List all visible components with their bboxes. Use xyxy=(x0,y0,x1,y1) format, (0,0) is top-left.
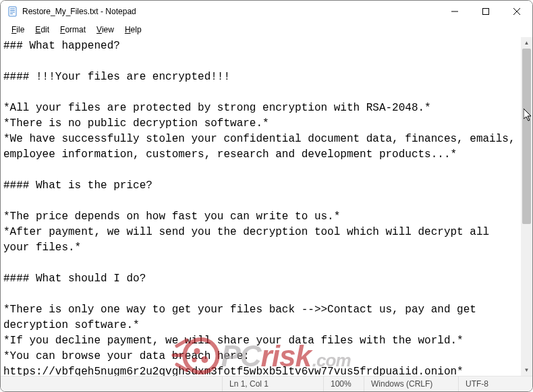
status-line-col: Ln 1, Col 1 xyxy=(222,376,323,391)
menu-view[interactable]: View xyxy=(91,24,119,36)
menubar: File Edit Format View Help xyxy=(1,22,532,37)
titlebar[interactable]: Restore_My_Files.txt - Notepad xyxy=(1,1,532,22)
menu-edit[interactable]: Edit xyxy=(30,24,55,36)
status-spacer xyxy=(1,376,222,391)
status-line-ending: Windows (CRLF) xyxy=(364,376,458,391)
minimize-button[interactable] xyxy=(439,1,470,22)
close-button[interactable] xyxy=(501,1,532,22)
svg-rect-0 xyxy=(9,7,16,16)
menu-help[interactable]: Help xyxy=(119,24,147,36)
menu-format[interactable]: Format xyxy=(55,24,91,36)
window-title: Restore_My_Files.txt - Notepad xyxy=(22,7,439,16)
scroll-thumb[interactable] xyxy=(522,49,531,224)
scroll-up-arrow[interactable]: ▲ xyxy=(521,37,532,49)
window-controls xyxy=(439,1,532,22)
content-area: ### What happened? #### !!!Your files ar… xyxy=(1,37,532,376)
scroll-down-arrow[interactable]: ▼ xyxy=(521,364,532,376)
notepad-window: Restore_My_Files.txt - Notepad File Edit… xyxy=(0,0,533,392)
status-zoom: 100% xyxy=(323,376,364,391)
notepad-icon xyxy=(7,6,18,17)
menu-file[interactable]: File xyxy=(6,24,30,36)
maximize-button[interactable] xyxy=(470,1,501,22)
statusbar: Ln 1, Col 1 100% Windows (CRLF) UTF-8 xyxy=(1,376,532,391)
text-editor[interactable]: ### What happened? #### !!!Your files ar… xyxy=(1,37,521,376)
vertical-scrollbar[interactable]: ▲ ▼ xyxy=(521,37,532,376)
status-encoding: UTF-8 xyxy=(458,376,532,391)
svg-rect-6 xyxy=(483,9,489,15)
